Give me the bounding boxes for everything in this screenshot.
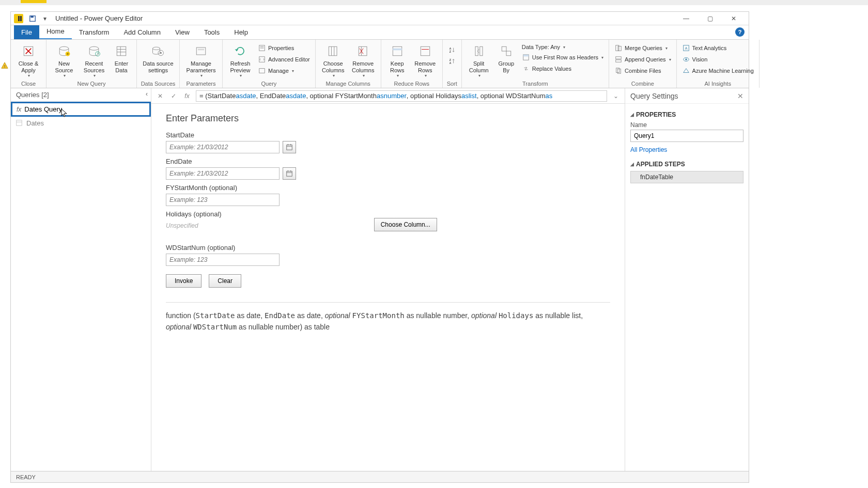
svg-text:!: ! [4,64,5,69]
sort-desc-icon: ZA [448,57,456,66]
text-analytics-button[interactable]: AText Analytics [680,43,756,53]
manage-icon [258,67,266,75]
close-apply-button[interactable]: Close & Apply ▾ [14,41,43,78]
tab-view[interactable]: View [168,25,197,39]
data-type-button[interactable]: Data Type: Any▾ [520,43,606,51]
svg-rect-44 [502,46,506,51]
query-rename-input[interactable] [24,105,97,113]
holidays-label: Holidays (optional) [166,210,610,218]
group-by-button[interactable]: Group By [494,41,519,73]
vision-button[interactable]: Vision [680,54,756,65]
query-item-selected[interactable]: fx [11,102,151,117]
settings-title: Query Settings [630,92,678,100]
query-item[interactable]: Dates [11,117,151,129]
svg-rect-45 [506,51,511,56]
close-window-button[interactable]: ✕ [722,12,746,25]
refresh-preview-button[interactable]: Refresh Preview▾ [226,41,255,78]
group-combine-label: Combine [612,80,673,88]
fystart-input[interactable] [166,194,280,206]
svg-point-7 [59,46,69,50]
choose-columns-button[interactable]: Choose Columns▾ [319,41,348,78]
tab-home[interactable]: Home [39,24,72,39]
clear-button[interactable]: Clear [209,274,241,288]
sort-asc-button[interactable]: AZ [446,45,458,55]
tab-file[interactable]: File [14,25,39,39]
split-column-button[interactable]: Split Column▾ [465,41,493,78]
remove-columns-button[interactable]: Remove Columns▾ [349,41,378,78]
invoke-button[interactable]: Invoke [166,274,202,288]
app-icon [14,14,23,23]
svg-rect-25 [259,57,265,62]
keep-rows-icon [389,43,406,59]
tab-transform[interactable]: Transform [72,25,117,39]
new-source-button[interactable]: + New Source▾ [50,41,79,78]
enddate-picker-button[interactable] [283,167,296,180]
recent-sources-button[interactable]: Recent Sources▾ [80,41,109,78]
enddate-input[interactable] [166,167,280,180]
append-icon [614,55,623,64]
group-data-sources-label: Data Sources [140,80,176,88]
properties-button[interactable]: Properties [256,43,312,53]
qat-save-button[interactable] [27,13,38,24]
help-icon[interactable]: ? [735,27,745,37]
choose-column-button[interactable]: Choose Column... [374,218,437,231]
startdate-picker-button[interactable] [283,141,296,153]
table-icon [15,119,23,127]
settings-icon [150,43,166,59]
query-name-input[interactable] [630,130,743,142]
group-manage-columns-label: Manage Columns [319,80,378,88]
group-ai-label: AI Insights [680,80,756,88]
data-source-settings-button[interactable]: Data source settings [140,41,176,73]
remove-rows-button[interactable]: Remove Rows▾ [411,41,439,78]
choose-columns-icon [325,43,342,59]
properties-section-header[interactable]: PROPERTIES [630,111,743,118]
enter-data-button[interactable]: Enter Data [110,41,133,73]
maximize-button[interactable]: ▢ [698,12,722,25]
group-parameters-label: Parameters [183,80,219,88]
commit-formula-button[interactable]: ✓ [169,91,178,101]
tab-help[interactable]: Help [227,25,255,39]
manage-button[interactable]: Manage▾ [256,66,312,76]
applied-step[interactable]: fnDateTable [630,171,743,183]
first-row-headers-button[interactable]: Use First Row as Headers▾ [520,52,606,62]
svg-point-16 [153,47,160,50]
replace-values-button[interactable]: Replace Values [520,64,606,74]
cancel-formula-button[interactable]: ✕ [156,91,165,101]
group-transform-label: Transform [465,80,606,88]
close-settings-button[interactable]: ✕ [737,92,743,100]
all-properties-link[interactable]: All Properties [630,146,743,153]
svg-rect-12 [117,46,126,56]
combine-files-button[interactable]: Combine Files [612,66,673,76]
wdstart-label: WDStartNum (optional) [166,244,610,251]
expand-formula-button[interactable]: ⌄ [611,91,621,101]
combine-files-icon [614,67,623,75]
formula-input[interactable]: = (StartDate as date, EndDate as date, o… [196,90,607,102]
sort-desc-button[interactable]: ZA [446,56,458,67]
window-title: Untitled - Power Query Editor [55,14,143,22]
wdstart-input[interactable] [166,254,280,266]
applied-steps-header[interactable]: APPLIED STEPS [630,161,743,168]
qat-dropdown[interactable]: ▾ [39,13,51,24]
svg-text:Z: Z [449,58,451,61]
collapse-queries-button[interactable]: ‹ [146,90,148,98]
append-queries-button[interactable]: Append Queries▾ [612,54,673,65]
function-signature: function (StartDate as date, EndDate as … [166,302,610,333]
svg-rect-34 [393,46,402,56]
minimize-button[interactable]: — [674,12,698,25]
advanced-editor-icon [258,55,266,64]
text-analytics-icon: A [682,44,690,52]
tab-add-column[interactable]: Add Column [116,25,168,39]
advanced-editor-button[interactable]: Advanced Editor [256,54,312,65]
group-query-label: Query [226,80,312,88]
name-label: Name [630,121,743,129]
merge-queries-button[interactable]: Merge Queries▾ [612,43,673,53]
svg-point-57 [685,58,687,60]
keep-rows-button[interactable]: Keep Rows▾ [384,41,410,78]
manage-parameters-button[interactable]: Manage Parameters▾ [183,41,219,78]
azure-ml-button[interactable]: Azure Machine Learning [680,66,756,76]
fx-button[interactable]: fx [182,91,192,101]
startdate-input[interactable] [166,141,280,153]
tab-tools[interactable]: Tools [197,25,227,39]
refresh-icon [232,43,249,59]
enddate-label: EndDate [166,158,610,165]
